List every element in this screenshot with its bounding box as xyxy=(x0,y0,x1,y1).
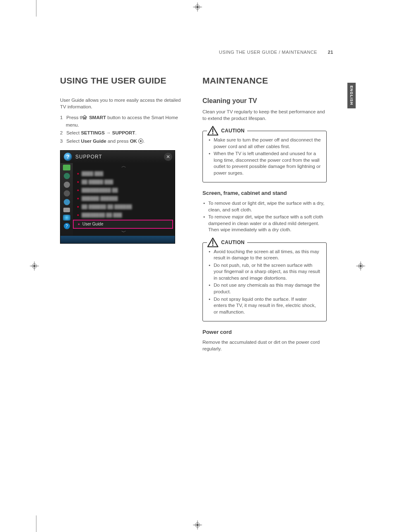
registration-mark-icon xyxy=(356,261,365,271)
support-sidebar: ? xyxy=(60,163,73,236)
cleaning-heading: Cleaning your TV xyxy=(202,97,327,105)
close-icon: ✕ xyxy=(164,153,172,161)
list-item: •████ ███ xyxy=(73,170,175,178)
support-screenshot: ? SUPPORT ✕ ? xyxy=(60,150,175,244)
caution-label: CAUTION xyxy=(221,240,245,245)
left-intro: User Guide allows you to more easily acc… xyxy=(60,97,184,110)
list-item: •██ █████ ███ xyxy=(73,178,175,186)
caution-triangle-icon xyxy=(207,237,219,248)
step2-b2: SUPPORT xyxy=(112,130,135,135)
svg-point-18 xyxy=(212,133,214,134)
caution-legend: CAUTION xyxy=(207,125,247,136)
list-item-selected: •User Guide xyxy=(73,220,173,229)
sidebar-icon xyxy=(63,208,70,212)
list-item: Do not spray liquid onto the surface. If… xyxy=(208,296,321,316)
list-item: Do not use any chemicals as this may dam… xyxy=(208,282,321,295)
step3-post: . xyxy=(143,139,145,144)
registration-mark-icon xyxy=(193,2,202,12)
screen-heading: Screen, frame, cabinet and stand xyxy=(202,190,327,196)
question-icon: ? xyxy=(64,223,70,229)
caution1-list: Make sure to turn the power off and disc… xyxy=(208,137,321,176)
crop-mark xyxy=(33,515,36,532)
step1-bold: SMART xyxy=(89,115,106,120)
registration-mark-icon xyxy=(30,261,39,271)
powercord-text: Remove the accumulated dust or dirt on t… xyxy=(202,339,327,352)
list-item: •████████ ██ ███ xyxy=(73,211,175,219)
crop-mark xyxy=(33,0,36,17)
caution2-list: Avoid touching the screen at all times, … xyxy=(208,249,321,315)
caution-legend: CAUTION xyxy=(207,237,247,248)
page-number: 21 xyxy=(328,50,333,55)
list-item: When the TV is left unattended and unuse… xyxy=(208,151,321,176)
sidebar-icon xyxy=(63,165,70,170)
list-item: Avoid touching the screen at all times, … xyxy=(208,249,321,261)
right-column: MAINTENANCE Cleaning your TV Clean your … xyxy=(202,75,327,356)
sidebar-icon xyxy=(64,190,70,197)
list-item: Make sure to turn the power off and disc… xyxy=(208,137,321,150)
step-3: 3 Select User Guide and press OK . xyxy=(60,138,184,144)
page-content: USING THE USER GUIDE / MAINTENANCE 21 US… xyxy=(60,50,333,356)
screen-list: To remove dust or light dirt, wipe the s… xyxy=(202,200,327,233)
sidebar-icon xyxy=(64,182,70,188)
caution-box-2: CAUTION Avoid touching the screen at all… xyxy=(202,242,327,321)
sidebar-icon xyxy=(64,173,70,179)
left-title: USING THE USER GUIDE xyxy=(60,75,184,86)
step2-b1: SETTINGS xyxy=(81,130,105,135)
sidebar-icon xyxy=(64,199,70,205)
steps-list: 1 Press the SMART button to access the S… xyxy=(60,114,184,144)
sidebar-icon xyxy=(63,215,70,220)
right-title: MAINTENANCE xyxy=(202,75,327,86)
support-title: SUPPORT xyxy=(75,154,102,160)
step-1: 1 Press the SMART button to access the S… xyxy=(60,114,184,128)
caution-label: CAUTION xyxy=(221,128,245,134)
support-footer xyxy=(60,236,175,243)
step3-mid: and press xyxy=(106,139,130,144)
step2-post: . xyxy=(135,130,136,135)
step2-arrow: → xyxy=(105,130,112,135)
list-item: •██████████ ██ xyxy=(73,186,175,194)
step3-b2: OK xyxy=(130,139,137,144)
registration-mark-icon xyxy=(193,520,202,530)
running-header: USING THE USER GUIDE / MAINTENANCE 21 xyxy=(60,50,333,55)
section-name: USING THE USER GUIDE / MAINTENANCE xyxy=(219,50,317,55)
step3-pre: Select xyxy=(66,139,81,144)
list-item: To remove dust or light dirt, wipe the s… xyxy=(202,200,327,213)
ok-icon xyxy=(138,139,143,144)
step-2: 2 Select SETTINGS → SUPPORT. xyxy=(60,129,184,136)
svg-point-21 xyxy=(212,244,214,246)
chevron-up-icon: ︿ xyxy=(73,163,175,170)
chevron-down-icon: ﹀ xyxy=(73,229,175,236)
selected-label: User Guide xyxy=(82,222,104,226)
list-item: •██ ██████ ██ ██████ xyxy=(73,203,175,211)
language-tab: ENGLISH xyxy=(347,83,356,108)
left-column: USING THE USER GUIDE User Guide allows y… xyxy=(60,75,184,356)
question-icon: ? xyxy=(64,153,72,161)
list-item: •██████ ██████ xyxy=(73,194,175,203)
support-list: ︿ •████ ███ •██ █████ ███ •██████████ ██… xyxy=(73,163,175,236)
support-titlebar: ? SUPPORT ✕ xyxy=(60,151,175,163)
step2-pre: Select xyxy=(66,130,81,135)
list-item: Do not push, rub, or hit the screen surf… xyxy=(208,262,321,282)
cleaning-intro: Clean your TV regularly to keep the best… xyxy=(202,109,327,122)
caution-box-1: CAUTION Make sure to turn the power off … xyxy=(202,131,327,182)
step3-b1: User Guide xyxy=(81,139,106,144)
powercord-heading: Power cord xyxy=(202,329,327,335)
list-item: To remove major dirt, wipe the surface w… xyxy=(202,214,327,233)
caution-triangle-icon xyxy=(207,125,219,136)
